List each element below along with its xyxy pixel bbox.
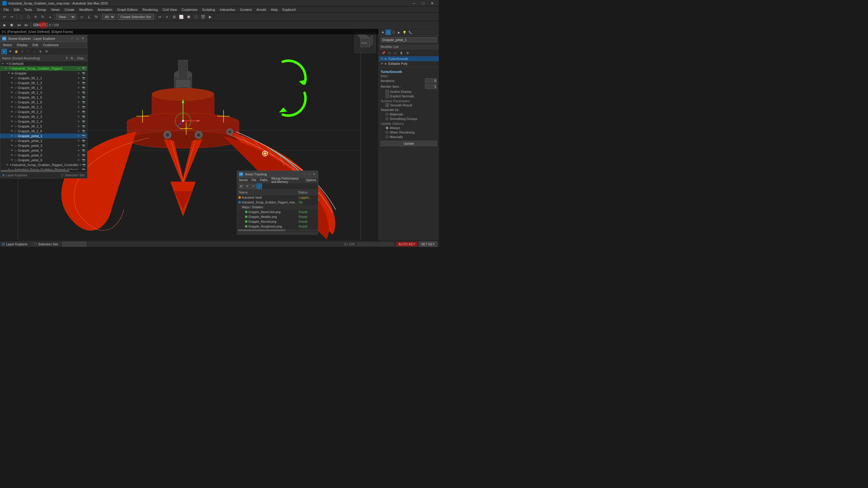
select-object-btn[interactable]: ⬚ (18, 13, 24, 20)
selection-set-input[interactable] (62, 242, 86, 247)
se-filter-btn[interactable]: ✕ (1, 49, 7, 54)
move-btn[interactable]: ✛ (32, 13, 39, 20)
ts-explicit-checkbox[interactable] (385, 94, 389, 98)
at-tb-btn4[interactable]: ✓ (256, 184, 262, 189)
stop-btn[interactable]: ⏹ (8, 22, 15, 28)
ts-materials-radio[interactable] (385, 113, 389, 116)
mod-icon-make-unique[interactable]: ◇ (393, 50, 398, 56)
se-row-lift15[interactable]: 👁 ▷ Grapple_lift_1_5 ❄ 📷 (0, 95, 87, 100)
at-tb-btn1[interactable]: ⊞ (239, 184, 244, 189)
create-selection-set-button[interactable]: Create Selection Set (118, 14, 154, 20)
align-btn[interactable]: ≡ (164, 13, 170, 20)
close-button[interactable]: ✕ (428, 0, 436, 6)
se-sort-btn[interactable]: ⇅ (38, 49, 43, 54)
rp-tab-modify[interactable]: ⬡ (385, 30, 391, 35)
menu-content[interactable]: Content (238, 7, 254, 12)
menu-arnold[interactable]: Arnold (254, 7, 269, 12)
ts-smoothing-groups-radio[interactable] (385, 117, 389, 120)
at-menu-options[interactable]: Options (304, 178, 318, 182)
se-row-petal3[interactable]: 👁 ▷ Grapple_petal_3 ❄ 📷 (0, 143, 87, 148)
se-row-lift21[interactable]: 👁 ▷ Grapple_lift_2_1 ❄ 📷 (0, 104, 87, 110)
menu-explorex[interactable]: ExploreX (280, 7, 299, 12)
at-minimize[interactable]: ─ (302, 172, 307, 176)
at-menu-file[interactable]: File (250, 178, 258, 182)
layer-manager-btn[interactable]: ⊞ (171, 13, 178, 20)
menu-civil-view[interactable]: Civil View (160, 7, 179, 12)
mod-icon-show-result[interactable]: ⬡ (387, 50, 392, 56)
se-row-lift12[interactable]: 👁 ▷ Grapple_lift_1_2 ❄ 📷 (0, 81, 87, 85)
mod-icon-pin[interactable]: 📌 (381, 50, 386, 56)
mod-icon-remove[interactable]: 🗑 (399, 50, 404, 56)
at-row-basecolor[interactable]: Grapple_BaseColor.png Found (237, 210, 318, 214)
reference-coord-dropdown[interactable]: View Screen World (56, 14, 76, 20)
at-row-normal[interactable]: Grapple_Normal.png Found (237, 219, 318, 224)
menu-tools[interactable]: Tools (22, 7, 35, 12)
se-row-lift25[interactable]: 👁 ▷ Grapple_lift_2_5 ❄ 📷 (0, 124, 87, 129)
timeline-bar[interactable] (358, 243, 394, 246)
se-row-lift23[interactable]: 👁 ▷ Grapple_lift_2_3 ❄ 📷 (0, 114, 87, 119)
menu-scripting[interactable]: Scripting (200, 7, 218, 12)
at-menu-paths[interactable]: Paths (258, 178, 270, 182)
rp-tab-motion[interactable]: ▶ (396, 30, 402, 35)
se-add-layer-btn[interactable]: + (20, 49, 25, 54)
play-btn[interactable]: ▶ (1, 22, 8, 28)
rotate-btn[interactable]: ↻ (39, 13, 46, 20)
menu-file[interactable]: File (1, 7, 11, 12)
maximize-button[interactable]: □ (419, 0, 427, 6)
se-row-lift14[interactable]: 👁 ▷ Grapple_lift_1_4 ❄ 📷 (0, 90, 87, 95)
se-menu-select[interactable]: Select (0, 42, 14, 47)
se-menu-display[interactable]: Display (14, 42, 30, 47)
se-lock-btn[interactable]: 🔒 (13, 49, 19, 54)
prev-frame-btn[interactable]: ⏮ (16, 22, 22, 28)
se-menu-customize[interactable]: Customize (41, 42, 61, 47)
set-key-btn[interactable]: SET KEY (419, 241, 437, 247)
menu-customize[interactable]: Customize (179, 7, 200, 12)
ts-render-iters-input[interactable]: 1 (425, 84, 437, 89)
at-menu-bitmap[interactable]: Bitmap Performance and Memory (270, 176, 304, 184)
se-row-lift24[interactable]: 👁 ▷ Grapple_lift_2_4 ❄ 📷 (0, 119, 87, 124)
se-down-btn[interactable]: ↓ (32, 49, 37, 54)
all-filter-dropdown[interactable]: All (102, 14, 115, 20)
se-close-btn[interactable]: ✕ (81, 36, 85, 41)
viewport-area[interactable]: [+] [Perspective] [User Defined] [Edged … (0, 29, 378, 241)
menu-create[interactable]: Create (62, 7, 77, 12)
auto-key-toggle[interactable]: AUTO KEY (397, 242, 417, 247)
se-up-btn[interactable]: ↑ (26, 49, 31, 54)
se-options-btn[interactable]: ⚙ (44, 49, 49, 54)
at-tb-btn2[interactable]: ↺ (244, 184, 250, 189)
se-row-grapple[interactable]: 👁 ▶ Grapple ❄ 📷 (0, 71, 87, 75)
object-name-input[interactable]: Grapple_petal_1 (381, 37, 437, 42)
at-scrollbar[interactable] (238, 230, 317, 231)
rp-tab-display[interactable]: 💡 (402, 30, 407, 35)
at-scrollbar-h[interactable] (238, 232, 317, 234)
select-region-btn[interactable]: ⬡ (25, 13, 32, 20)
at-row-maps[interactable]: Maps / Shaders (237, 205, 318, 210)
percent-snap-btn[interactable]: % (93, 13, 99, 20)
rp-tab-utilities[interactable]: 🔧 (407, 30, 412, 35)
menu-rendering[interactable]: Rendering (140, 7, 160, 12)
at-tb-btn3[interactable]: ↗ (250, 184, 256, 189)
auto-key-btn[interactable]: AUTO (39, 22, 46, 28)
render-setup-btn[interactable]: 🎬 (200, 13, 207, 20)
mirror-btn[interactable]: ⇔ (156, 13, 163, 20)
menu-edit[interactable]: Edit (11, 7, 22, 12)
se-row-petal4[interactable]: 👁 ▷ Grapple_petal_4 ❄ 📷 (0, 148, 87, 153)
ts-manually-radio[interactable] (385, 135, 389, 139)
modifier-editable-poly[interactable]: 👁 ▶ Editable Poly (379, 61, 439, 66)
se-scrollbar[interactable] (1, 170, 87, 172)
at-row-mainfile[interactable]: Industrial_Scrap_Grabber_Rigged_max_vray… (237, 200, 318, 205)
menu-group[interactable]: Group (34, 7, 49, 12)
se-row-isg[interactable]: 👁 ▼ Industrial_Scrap_Grabber_Rigged ❄ 📷 (0, 66, 87, 71)
undo-button[interactable]: ↩ (1, 13, 8, 20)
rp-tab-hierarchy[interactable]: ⬠ (391, 30, 396, 35)
at-row-roughness[interactable]: Grapple_Roughness.png Found (237, 224, 318, 229)
se-row-petal6[interactable]: 👁 ▷ Grapple_petal_6 ❄ 📷 (0, 158, 87, 162)
scale-btn[interactable]: ⬥ (47, 13, 53, 20)
at-menu-server[interactable]: Server (237, 178, 250, 182)
viewcube[interactable]: Front (354, 32, 375, 53)
menu-modifiers[interactable]: Modifiers (77, 7, 95, 12)
menu-help[interactable]: Help (269, 7, 280, 12)
at-close[interactable]: ✕ (312, 172, 316, 176)
material-editor-btn[interactable]: ⬡ (193, 13, 199, 20)
mod-icon-configure[interactable]: ⚙ (405, 50, 410, 56)
